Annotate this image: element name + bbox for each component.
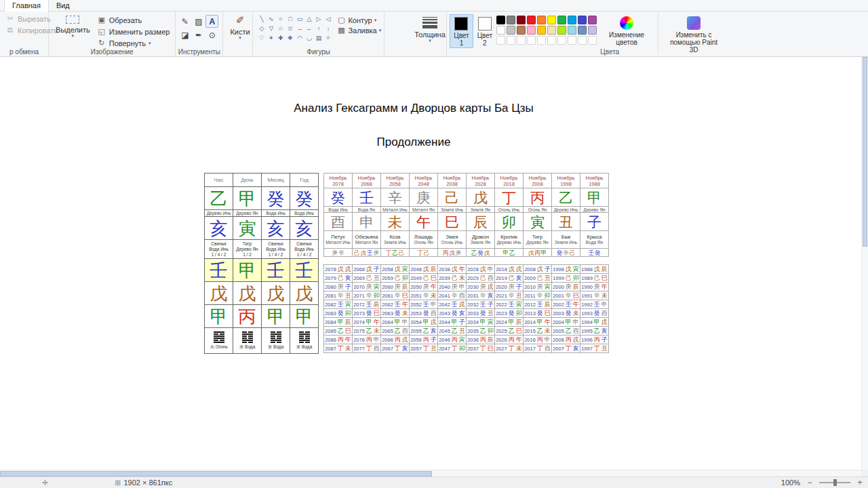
palette-swatch-empty[interactable]	[517, 36, 526, 45]
pencil-tool-icon[interactable]: ✎	[178, 15, 191, 28]
year-cell: 2048戊辰	[410, 265, 438, 274]
shape-icon[interactable]: ↓	[323, 24, 332, 33]
palette-swatch-empty[interactable]	[547, 36, 556, 45]
palette-swatch[interactable]	[507, 16, 515, 24]
palette-swatch[interactable]	[547, 16, 556, 24]
zoom-out-button[interactable]: −	[806, 478, 814, 487]
chevron-down-icon: ▾	[72, 34, 75, 38]
shape-icon[interactable]: ▭	[295, 14, 304, 23]
shape-icon[interactable]: ◡	[304, 33, 313, 42]
shape-icon[interactable]: ▷	[314, 14, 323, 23]
palette-swatch-empty[interactable]	[496, 36, 505, 45]
vertical-scrollbar-thumb[interactable]	[863, 57, 867, 247]
palette-swatch[interactable]	[578, 16, 587, 24]
shape-icon[interactable]: ♡	[257, 33, 266, 42]
shape-icon[interactable]: ◇	[257, 24, 266, 33]
crop-button[interactable]: ▣ Обрезать	[94, 14, 173, 26]
rotate-button[interactable]: ↻ Повернуть ▾	[94, 37, 173, 49]
shape-icon[interactable]: ▽	[267, 24, 275, 33]
hidden-stem-char: 甲	[233, 259, 262, 282]
shape-icon[interactable]: ←	[304, 24, 313, 33]
palette-swatch[interactable]	[496, 16, 505, 24]
zoom-slider[interactable]	[819, 482, 850, 483]
palette-swatch[interactable]	[517, 16, 526, 24]
horizontal-scrollbar[interactable]	[0, 470, 861, 476]
palette-swatch[interactable]	[568, 26, 576, 35]
year-number: 2007	[553, 346, 564, 352]
palette-swatch[interactable]	[557, 26, 566, 35]
eraser-tool-icon[interactable]: ◪	[178, 28, 191, 41]
zoom-in-button[interactable]: +	[856, 478, 864, 487]
text-tool-icon[interactable]: A	[205, 15, 218, 28]
color1-button[interactable]: Цвет 1	[450, 14, 473, 48]
year-number: 2004	[553, 319, 564, 325]
edit-colors-button[interactable]: Изменение цветов	[601, 13, 652, 47]
luck-branch: 丑	[552, 213, 580, 231]
year-ganzhi-char: 丁	[338, 344, 344, 353]
color2-button[interactable]: Цвет 2	[473, 14, 496, 48]
palette-swatch[interactable]	[578, 26, 587, 35]
outline-button[interactable]: ▢ Контур ▾	[336, 16, 381, 24]
horizontal-scrollbar-thumb[interactable]	[0, 471, 432, 476]
zoom-slider-thumb[interactable]	[833, 479, 837, 486]
palette-swatch-empty[interactable]	[588, 36, 597, 45]
pillars-row: 甲丙甲甲	[205, 305, 319, 328]
shape-icon[interactable]: ✶	[267, 33, 275, 42]
luck-row: Вода ИньВода ЯнМеталл ИньМеталл ЯнЗемля …	[324, 207, 609, 213]
shape-icon[interactable]: ❖	[285, 33, 294, 42]
fill-tool-icon[interactable]: ▨	[192, 15, 205, 28]
year-ganzhi-char: 申	[459, 283, 465, 291]
palette-swatch[interactable]	[527, 26, 536, 35]
palette-swatch-empty[interactable]	[527, 36, 536, 45]
palette-swatch[interactable]	[537, 16, 546, 24]
hidden-stem-char: 壬	[262, 259, 290, 282]
palette-swatch[interactable]	[588, 16, 597, 24]
select-button[interactable]: Выделить ▾	[52, 13, 94, 39]
shape-icon[interactable]: ↑	[314, 24, 323, 33]
shape-icon[interactable]: ╲	[257, 14, 266, 23]
tab-view[interactable]: Вид	[49, 0, 77, 11]
year-ganzhi-char: 亥	[431, 327, 437, 336]
brushes-button[interactable]: ✐ Кисти ▾	[226, 13, 254, 41]
shape-icon[interactable]: ◁	[323, 14, 332, 23]
palette-swatch[interactable]	[588, 26, 597, 35]
shape-icon[interactable]: □	[285, 14, 294, 23]
palette-swatch[interactable]	[537, 26, 546, 35]
shape-icon[interactable]: ○	[276, 14, 285, 23]
shape-icon[interactable]: ✧	[323, 33, 332, 42]
magnifier-tool-icon[interactable]: ⊙	[205, 28, 218, 41]
shape-icon[interactable]: △	[304, 14, 313, 23]
shape-icon[interactable]: ▤	[314, 33, 323, 42]
palette-swatch-empty[interactable]	[578, 36, 587, 45]
shape-icon[interactable]: ✚	[276, 33, 285, 42]
palette-swatch[interactable]	[507, 26, 515, 35]
pillar-header: День	[233, 174, 262, 187]
eyedropper-tool-icon[interactable]: ✒	[192, 28, 205, 41]
palette-swatch[interactable]	[568, 16, 576, 24]
tab-home[interactable]: Главная	[4, 0, 49, 12]
palette-swatch-empty[interactable]	[568, 36, 576, 45]
shape-icon[interactable]: ∿	[267, 14, 275, 23]
year-number: 2000	[553, 284, 564, 290]
resize-button[interactable]: ◱ Изменить размер	[94, 26, 173, 37]
palette-swatch[interactable]	[517, 26, 526, 35]
palette-swatch-empty[interactable]	[557, 36, 566, 45]
palette-swatch-empty[interactable]	[507, 36, 515, 45]
shape-icon[interactable]: ✩	[285, 24, 294, 33]
size-button[interactable]: Толщина ▾	[410, 13, 450, 44]
year-number: 2085	[325, 328, 336, 334]
shape-icon[interactable]: →	[295, 24, 304, 33]
vertical-scrollbar[interactable]	[861, 57, 868, 470]
palette-swatch[interactable]	[496, 26, 505, 35]
shape-icon[interactable]: ◠	[295, 33, 304, 42]
paint-canvas[interactable]: Анализ Гексаграмм и Дворцов карты Ба Цзы…	[0, 57, 861, 470]
palette-swatch-empty[interactable]	[537, 36, 546, 45]
fill-shape-button[interactable]: ▩ Заливка ▾	[336, 26, 381, 35]
palette-swatch[interactable]	[557, 16, 566, 24]
shape-icon[interactable]: ☆	[276, 24, 285, 33]
palette-swatch[interactable]	[547, 26, 556, 35]
year-ganzhi-char: 辰	[573, 283, 579, 291]
paint3d-button[interactable]: Изменить с помощью Paint 3D	[658, 13, 726, 55]
palette-swatch[interactable]	[527, 16, 536, 24]
year-ganzhi-char: 申	[431, 300, 437, 309]
